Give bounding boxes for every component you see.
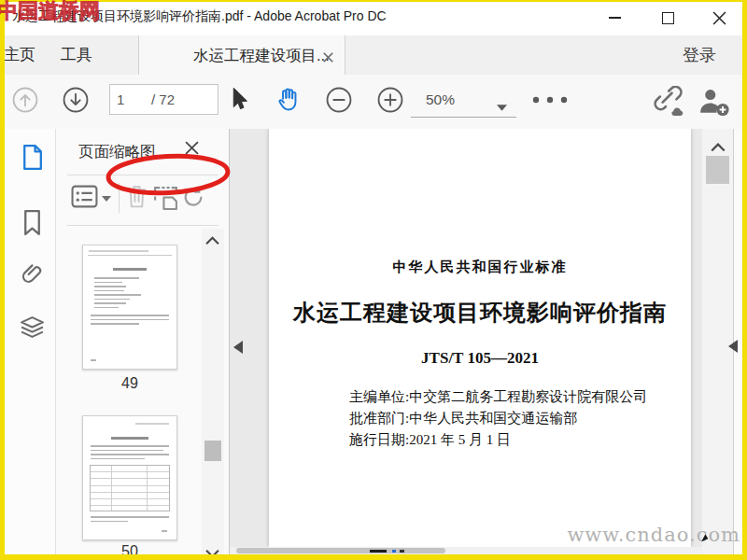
- chevron-down-icon: [497, 98, 507, 115]
- navigation-rail: [5, 129, 56, 554]
- bookmark-icon: [21, 209, 43, 236]
- tab-close-button[interactable]: [323, 49, 333, 66]
- thumbnail-label: 49: [82, 375, 177, 392]
- acrobat-window: 水运工程建设项目环境影响评价指南.pdf - Adobe Acrobat Pro…: [0, 0, 747, 560]
- previous-page-button[interactable]: [12, 87, 38, 113]
- crop-pages-button[interactable]: [152, 185, 179, 210]
- paperclip-icon: [20, 262, 45, 287]
- maximize-icon: [662, 12, 674, 24]
- more-tools-button[interactable]: [529, 93, 571, 106]
- panel-scrollbar-thumb[interactable]: [204, 441, 221, 461]
- person-add-icon: [697, 86, 732, 118]
- rotate-pages-button[interactable]: [183, 186, 203, 209]
- layers-icon: [19, 315, 46, 340]
- toolbar: 1 / 72 50%: [0, 75, 747, 130]
- vertical-scrollbar-thumb[interactable]: [706, 156, 729, 184]
- minimize-icon: [609, 17, 621, 19]
- info-line: 主编单位:中交第二航务工程勘察设计院有限公司: [349, 386, 647, 408]
- current-page-value: 1: [117, 91, 124, 107]
- trash-icon: [126, 184, 148, 209]
- horizontal-scrollbar-thumb[interactable]: [236, 548, 445, 553]
- arrow-down-circle-icon: [63, 87, 89, 113]
- options-list-icon: [71, 185, 98, 208]
- rotate-icon: [183, 186, 203, 209]
- hand-tool-button[interactable]: [275, 85, 303, 114]
- standard-code: JTS/T 105—2021: [269, 349, 691, 368]
- frame-border-left: [0, 0, 5, 560]
- select-tool-button[interactable]: [228, 86, 249, 112]
- zoom-in-button[interactable]: [377, 87, 403, 113]
- maximize-button[interactable]: [651, 6, 684, 30]
- document-view[interactable]: 中华人民共和国行业标准 水运工程建设项目环境影响评价指南 JTS/T 105—2…: [230, 129, 702, 547]
- minus-circle-icon: [326, 87, 352, 113]
- thumbnail-options-button[interactable]: [71, 185, 111, 208]
- tab-document[interactable]: 水运工程建设项目...: [138, 35, 345, 76]
- link-icon: [648, 86, 685, 117]
- frame-border-top: [0, 0, 747, 2]
- zoom-out-button[interactable]: [326, 87, 352, 113]
- document-info-block: 主编单位:中交第二航务工程勘察设计院有限公司 批准部门:中华人民共和国交通运输部…: [349, 386, 647, 451]
- thumbnail-page-50[interactable]: [82, 415, 177, 540]
- chevron-down-icon: [102, 189, 111, 205]
- thumbnails-panel: 页面缩略图: [56, 129, 230, 554]
- close-icon: [712, 11, 726, 25]
- divider: [67, 225, 218, 226]
- next-page-button[interactable]: [63, 87, 89, 113]
- layers-panel-button[interactable]: [18, 312, 46, 342]
- pdf-page: 中华人民共和国行业标准 水运工程建设项目环境影响评价指南 JTS/T 105—2…: [269, 129, 691, 547]
- standard-type-line: 中华人民共和国行业标准: [269, 259, 691, 276]
- frame-border-right: [742, 0, 747, 560]
- more-ellipsis-icon: [529, 93, 571, 106]
- frame-border-bottom: [0, 554, 747, 560]
- collapse-left-icon: [728, 340, 738, 353]
- document-main-title: 水运工程建设项目环境影响评价指南: [269, 298, 691, 328]
- panel-scrollbar[interactable]: [202, 229, 224, 554]
- panel-title: 页面缩略图: [78, 142, 156, 162]
- page-thumbnails-panel-button[interactable]: [18, 142, 46, 172]
- info-line: 施行日期:2021 年 5 月 1 日: [349, 429, 647, 451]
- pointer-icon: [228, 86, 249, 112]
- divider: [67, 175, 218, 175]
- zoom-level-dropdown[interactable]: 50%: [411, 87, 516, 118]
- collapse-left-icon: [233, 341, 243, 354]
- close-button[interactable]: [702, 6, 736, 30]
- tab-document-label: 水运工程建设项目...: [193, 35, 330, 75]
- close-icon: [185, 141, 199, 155]
- minimize-button[interactable]: [598, 6, 631, 30]
- page-thumbnails-icon: [20, 143, 45, 172]
- collapse-right-pane-button[interactable]: [728, 340, 738, 353]
- close-icon: [323, 52, 333, 63]
- page-number-input[interactable]: 1 / 72: [109, 84, 218, 115]
- delete-pages-button[interactable]: [126, 184, 148, 209]
- plus-circle-icon: [377, 87, 403, 113]
- collapse-panel-button[interactable]: [233, 341, 243, 354]
- crop-pages-icon: [152, 185, 179, 210]
- panel-close-button[interactable]: [185, 141, 199, 159]
- attachments-panel-button[interactable]: [18, 259, 46, 289]
- title-bar: 水运工程建设项目环境影响评价指南.pdf - Adobe Acrobat Pro…: [0, 0, 747, 36]
- zoom-level-value: 50%: [426, 91, 455, 108]
- divider: [119, 183, 120, 213]
- arrow-up-circle-icon: [12, 87, 38, 113]
- thumbnail-page-49[interactable]: [82, 245, 177, 370]
- scroll-up-icon[interactable]: [711, 138, 726, 155]
- info-line: 批准部门:中华人民共和国交通运输部: [349, 408, 647, 429]
- hand-icon: [275, 85, 303, 114]
- tab-bar: 主页 工具 水运工程建设项目... ? 登录: [0, 35, 747, 76]
- total-pages-label: / 72: [151, 91, 175, 107]
- share-link-button[interactable]: [648, 86, 685, 117]
- fill-sign-invite-button[interactable]: [697, 86, 732, 118]
- red-watermark: 中国道桥网: [0, 0, 100, 25]
- tab-home[interactable]: 主页: [4, 35, 35, 75]
- scroll-up-icon[interactable]: [205, 231, 219, 248]
- sign-in-button[interactable]: 登录: [683, 35, 716, 75]
- tab-tools[interactable]: 工具: [61, 35, 92, 75]
- bookmarks-panel-button[interactable]: [18, 207, 46, 237]
